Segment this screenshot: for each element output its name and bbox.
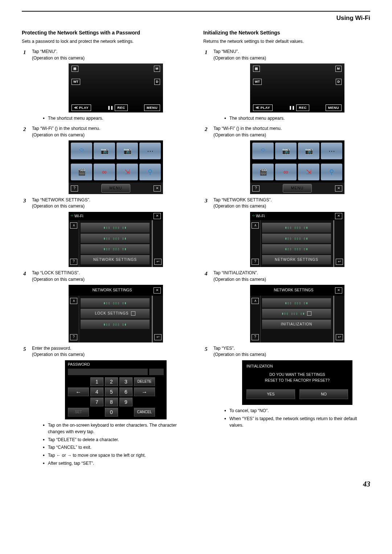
key-4[interactable]: 4 xyxy=(90,387,103,396)
left-step-2: Tap “Wi-Fi” () in the shortcut menu. (Op… xyxy=(22,126,189,194)
key-0[interactable]: 0 xyxy=(105,408,118,416)
menu-pill[interactable]: MENU xyxy=(101,184,131,192)
thumb-icon[interactable]: ▤ xyxy=(253,66,260,72)
up-icon[interactable]: ∧ xyxy=(70,222,77,229)
help-icon[interactable]: ? xyxy=(71,185,78,192)
menu-pill[interactable]: MENU xyxy=(283,184,312,192)
set-button[interactable]: SET xyxy=(68,408,89,416)
step-text: Tap “YES”. xyxy=(213,346,235,351)
shortcut-icon[interactable]: ⋯ xyxy=(139,143,161,159)
key-1[interactable]: 1 xyxy=(90,377,103,386)
up-icon[interactable]: ∧ xyxy=(252,222,259,229)
close-icon[interactable]: ✕ xyxy=(154,213,161,219)
checkbox-icon xyxy=(307,311,311,316)
bullet: Tap “DELETE” to delete a character. xyxy=(43,437,189,443)
list-item[interactable]: ▮▯▯ ▯▯▯ ▯▮ xyxy=(81,320,150,329)
shortcut-icon[interactable]: ⋯ xyxy=(321,143,342,159)
shortcut-icon[interactable]: 📷 xyxy=(117,143,138,159)
close-icon[interactable]: ✕ xyxy=(154,185,161,192)
lock-settings-item[interactable]: LOCK SETTINGS xyxy=(81,309,150,319)
step-note: (Operation on this camera) xyxy=(213,56,266,61)
back-icon[interactable]: ↩ xyxy=(154,334,162,340)
list-item[interactable]: ▮▯▯ ▯▯▯ ▯▮ xyxy=(81,223,150,233)
left-heading: Protecting the Network Settings with a P… xyxy=(22,29,189,36)
back-icon[interactable]: ↩ xyxy=(154,259,162,265)
key-3[interactable]: 3 xyxy=(119,377,132,386)
up-icon[interactable]: ∧ xyxy=(70,298,77,304)
list-item[interactable]: ▮▯▯ ▯▯▯ ▯▮ xyxy=(262,298,331,308)
play-button[interactable]: PLAY xyxy=(253,104,273,111)
shortcut-menu: ⌔ 📷 📷 ⋯ 🎬 ∞ ⇲ ⚲ xyxy=(69,140,163,194)
shortcut-icon[interactable]: 📷 xyxy=(275,143,297,159)
list-item[interactable]: ▮▯▯ ▯▯▯ ▯▮ xyxy=(262,244,331,254)
help-icon[interactable]: ? xyxy=(252,334,259,340)
close-icon[interactable]: ✕ xyxy=(335,185,342,192)
password-field[interactable] xyxy=(68,369,148,375)
list-item[interactable]: ▮▯▯ ▯▯▯ ▯▮ xyxy=(262,309,331,319)
key-2[interactable]: 2 xyxy=(105,377,118,386)
network-settings-item[interactable]: NETWORK SETTINGS xyxy=(262,255,331,265)
play-button[interactable]: PLAY xyxy=(72,104,91,111)
network-settings-item[interactable]: NETWORK SETTINGS xyxy=(81,255,150,265)
m-icon[interactable]: M xyxy=(335,66,342,72)
initialization-item[interactable]: INITIALIZATION xyxy=(262,320,331,329)
shortcut-icon[interactable]: 🎬 xyxy=(71,164,92,180)
shortcut-icon[interactable]: 📷 xyxy=(298,143,319,159)
key-9[interactable]: 9 xyxy=(119,398,132,406)
shortcut-icon[interactable]: ∞ xyxy=(275,164,297,180)
rec-button[interactable]: ❚❚REC xyxy=(107,104,128,111)
help-icon[interactable]: ? xyxy=(252,259,259,265)
screen-title: NETWORK SETTINGS xyxy=(71,286,154,294)
step-note: (Operation on this camera) xyxy=(213,204,266,209)
step-note: (Operation on this camera) xyxy=(32,56,85,61)
no-button[interactable]: NO xyxy=(299,389,348,399)
list-item[interactable]: ▮▯▯ ▯▯▯ ▯▮ xyxy=(81,234,150,243)
yes-button[interactable]: YES xyxy=(246,389,295,399)
shortcut-icon[interactable]: ⚲ xyxy=(321,164,342,180)
rec-button[interactable]: ❚❚REC xyxy=(289,104,309,111)
key-7[interactable]: 7 xyxy=(90,398,103,406)
shortcut-icon[interactable]: ⇲ xyxy=(117,164,138,180)
list-item[interactable]: ▮▯▯ ▯▯▯ ▯▮ xyxy=(262,234,331,243)
help-icon[interactable]: ? xyxy=(252,185,260,192)
help-icon[interactable]: ? xyxy=(70,334,77,340)
close-icon[interactable]: ✕ xyxy=(335,287,342,294)
m-icon[interactable]: M xyxy=(154,66,160,72)
list-item[interactable]: ▮▯▯ ▯▯▯ ▯▮ xyxy=(81,244,150,254)
wifi-shortcut-icon[interactable]: ⌔ xyxy=(71,143,92,159)
step-note: (Operation on this camera) xyxy=(32,352,85,357)
init-dialog: INITIALIZATION DO YOU WANT THE SETTINGS … xyxy=(242,360,352,405)
wt-icon[interactable]: WT xyxy=(72,79,80,85)
d-icon[interactable]: D xyxy=(336,79,342,85)
close-icon[interactable]: ✕ xyxy=(154,287,161,294)
shortcut-icon[interactable]: 🎬 xyxy=(252,164,274,180)
up-icon[interactable]: ∧ xyxy=(252,298,259,304)
cancel-button[interactable]: CANCEL xyxy=(134,408,155,416)
shortcut-icon[interactable]: ⇲ xyxy=(298,164,319,180)
left-arrow-button[interactable]: ← xyxy=(68,387,89,396)
close-icon[interactable]: ✕ xyxy=(335,213,342,219)
delete-button[interactable]: DELETE xyxy=(134,377,155,386)
step-note: (Operation on this camera) xyxy=(213,132,266,138)
d-icon[interactable]: D xyxy=(154,79,160,85)
step-text: Tap “MENU”. xyxy=(213,49,239,54)
key-6[interactable]: 6 xyxy=(119,387,132,396)
thumb-icon[interactable]: ▤ xyxy=(72,66,78,72)
right-arrow-button[interactable]: → xyxy=(134,387,155,396)
shortcut-icon[interactable]: ⚲ xyxy=(139,164,161,180)
help-icon[interactable]: ? xyxy=(70,259,77,265)
step-text: Tap “Wi-Fi” () in the shortcut menu. xyxy=(32,126,100,131)
list-item[interactable]: ▮▯▯ ▯▯▯ ▯▮ xyxy=(81,298,150,308)
back-icon[interactable]: ↩ xyxy=(336,259,343,265)
menu-button[interactable]: MENU xyxy=(144,104,160,111)
wifi-shortcut-icon[interactable]: ⌔ xyxy=(252,143,274,159)
wt-icon[interactable]: WT xyxy=(253,79,262,85)
back-icon[interactable]: ↩ xyxy=(336,334,343,340)
password-extra xyxy=(149,369,164,375)
key-8[interactable]: 8 xyxy=(105,398,118,406)
shortcut-icon[interactable]: 📷 xyxy=(94,143,115,159)
list-item[interactable]: ▮▯▯ ▯▯▯ ▯▮ xyxy=(262,223,331,233)
shortcut-icon[interactable]: ∞ xyxy=(94,164,115,180)
menu-button[interactable]: MENU xyxy=(326,104,342,111)
key-5[interactable]: 5 xyxy=(105,387,118,396)
